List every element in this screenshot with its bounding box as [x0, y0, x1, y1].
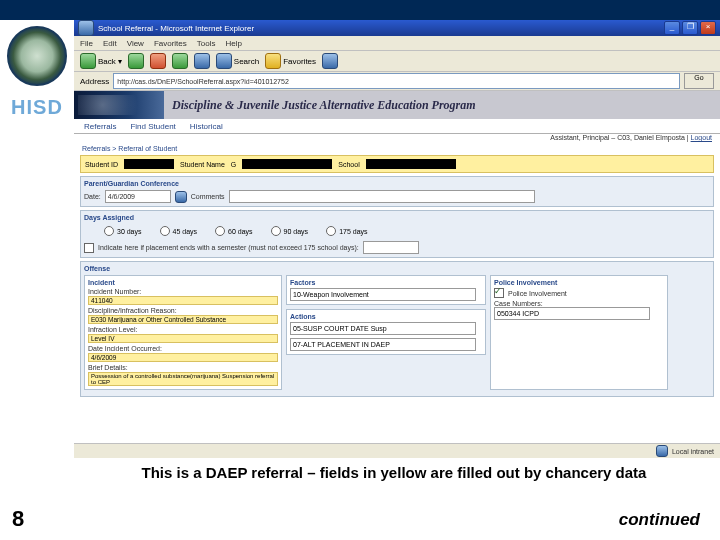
semester-input[interactable] — [363, 241, 419, 254]
address-label: Address — [80, 77, 109, 86]
conf-date-label: Date: — [84, 193, 101, 200]
go-button[interactable]: Go — [684, 73, 714, 89]
offense-section: Offense Incident Incident Number:411040 … — [80, 261, 714, 397]
hisd-seal — [7, 26, 67, 86]
zone-icon — [656, 445, 668, 457]
app-banner: Discipline & Juvenile Justice Alternativ… — [74, 91, 720, 119]
window-title: School Referral - Microsoft Internet Exp… — [98, 24, 254, 33]
tab-referrals[interactable]: Referrals — [84, 122, 116, 131]
home-button[interactable] — [194, 53, 210, 69]
minimize-button[interactable]: _ — [664, 21, 680, 35]
search-button[interactable]: Search — [216, 53, 259, 69]
police-cb-label: Police Involvement — [508, 290, 567, 297]
incident-heading: Incident — [88, 279, 278, 286]
close-button[interactable]: × — [700, 21, 716, 35]
action-1[interactable]: 05-SUSP COURT DATE Susp — [290, 322, 476, 335]
menu-tools[interactable]: Tools — [197, 39, 216, 48]
favorites-button[interactable]: Favorites — [265, 53, 316, 69]
inc-date-label: Date Incident Occurred: — [88, 345, 278, 352]
case-value[interactable]: 050344 ICPD — [494, 307, 650, 320]
semester-note: Indicate here if placement ends with a s… — [98, 244, 359, 251]
reason-value: E030 Marijuana or Other Controlled Subst… — [88, 315, 278, 324]
radio-175[interactable]: 175 days — [326, 226, 367, 236]
inc-date-value: 4/6/2009 — [88, 353, 278, 362]
level-value: Level IV — [88, 334, 278, 343]
menu-favorites[interactable]: Favorites — [154, 39, 187, 48]
conference-heading: Parent/Guardian Conference — [84, 180, 710, 187]
stop-button[interactable] — [150, 53, 166, 69]
student-id-label: Student ID — [85, 161, 118, 168]
actions-box: Actions 05-SUSP COURT DATE Susp 07-ALT P… — [286, 309, 486, 355]
details-value: Possession of a controlled substance(mar… — [88, 372, 278, 386]
factors-heading: Factors — [290, 279, 482, 286]
slide-caption: This is a DAEP referral – fields in yell… — [74, 464, 714, 481]
address-bar: Address http://cas.ds/DnEP/SchoolReferra… — [74, 72, 720, 91]
breadcrumb: Referrals > Referral of Student — [74, 145, 720, 155]
radio-90[interactable]: 90 days — [271, 226, 309, 236]
tab-historical[interactable]: Historical — [190, 122, 223, 131]
radio-30[interactable]: 30 days — [104, 226, 142, 236]
student-id-redacted — [124, 159, 174, 169]
comments-label: Comments — [191, 193, 225, 200]
status-text: Local intranet — [672, 448, 714, 455]
hisd-label: HISD — [0, 96, 74, 119]
reason-label: Discipline/Infraction Reason: — [88, 307, 278, 314]
window-titlebar: School Referral - Microsoft Internet Exp… — [74, 20, 720, 36]
details-label: Brief Details: — [88, 364, 278, 371]
address-input[interactable]: http://cas.ds/DnEP/SchoolReferral.aspx?i… — [113, 73, 680, 89]
menu-view[interactable]: View — [127, 39, 144, 48]
banner-title: Discipline & Juvenile Justice Alternativ… — [164, 91, 720, 119]
continued-label: continued — [619, 510, 700, 530]
days-heading: Days Assigned — [84, 214, 710, 221]
factors-box: Factors 10-Weapon Involvement — [286, 275, 486, 305]
ie-window: School Referral - Microsoft Internet Exp… — [74, 20, 720, 458]
page-number: 8 — [12, 506, 24, 532]
menu-edit[interactable]: Edit — [103, 39, 117, 48]
police-box: Police Involvement Police Involvement Ca… — [490, 275, 668, 390]
conference-section: Parent/Guardian Conference Date: 4/6/200… — [80, 176, 714, 207]
police-heading: Police Involvement — [494, 279, 664, 286]
student-bar: Student ID Student Name G School — [80, 155, 714, 173]
tab-find-student[interactable]: Find Student — [130, 122, 175, 131]
nav-tabs: Referrals Find Student Historical — [74, 119, 720, 134]
factors-value[interactable]: 10-Weapon Involvement — [290, 288, 476, 301]
action-2[interactable]: 07-ALT PLACEMENT IN DAEP — [290, 338, 476, 351]
radio-60[interactable]: 60 days — [215, 226, 253, 236]
logout-link[interactable]: Logout — [691, 134, 712, 141]
police-checkbox[interactable] — [494, 288, 504, 298]
toolbar: Back▾ Search Favorites — [74, 51, 720, 72]
menu-help[interactable]: Help — [225, 39, 241, 48]
ie-icon — [78, 20, 94, 36]
school-redacted — [366, 159, 456, 169]
incident-num-label: Incident Number: — [88, 288, 278, 295]
student-name-initial: G — [231, 161, 236, 168]
menu-bar: File Edit View Favorites Tools Help — [74, 36, 720, 51]
status-bar: Local intranet — [74, 443, 720, 458]
school-label: School — [338, 161, 359, 168]
forward-button[interactable] — [128, 53, 144, 69]
back-button[interactable]: Back▾ — [80, 53, 122, 69]
semester-checkbox[interactable] — [84, 243, 94, 253]
incident-box: Incident Incident Number:411040 Discipli… — [84, 275, 282, 390]
calendar-icon[interactable] — [175, 191, 187, 203]
days-section: Days Assigned 30 days 45 days 60 days 90… — [80, 210, 714, 258]
conf-date-input[interactable]: 4/6/2009 — [105, 190, 171, 203]
case-label: Case Numbers: — [494, 300, 664, 307]
banner-logo — [74, 91, 164, 119]
maximize-button[interactable]: ❐ — [682, 21, 698, 35]
menu-file[interactable]: File — [80, 39, 93, 48]
history-button[interactable] — [322, 53, 338, 69]
incident-num-value: 411040 — [88, 296, 278, 305]
user-info: Assistant, Principal – C03, Daniel Elmpo… — [74, 134, 720, 145]
student-name-redacted — [242, 159, 332, 169]
comments-input[interactable] — [229, 190, 535, 203]
student-name-label: Student Name — [180, 161, 225, 168]
level-label: Infraction Level: — [88, 326, 278, 333]
offense-heading: Offense — [84, 265, 710, 272]
radio-45[interactable]: 45 days — [160, 226, 198, 236]
actions-heading: Actions — [290, 313, 482, 320]
refresh-button[interactable] — [172, 53, 188, 69]
